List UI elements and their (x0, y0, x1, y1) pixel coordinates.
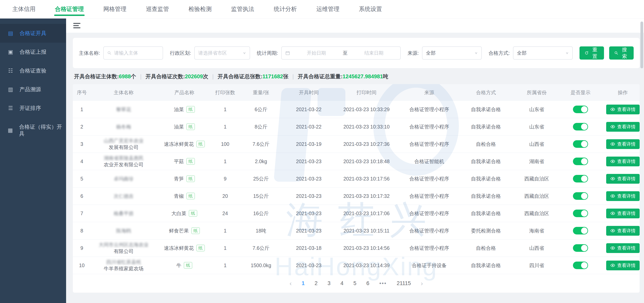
sidebar-item[interactable]: ▣ 合格证上报 (0, 43, 66, 61)
page-button[interactable]: 3 (326, 279, 332, 287)
sidebar-item[interactable]: ☷ 合格证查验 (0, 61, 66, 80)
topnav-item[interactable]: 主体信用 (12, 0, 36, 18)
next-page-button[interactable]: › (420, 279, 424, 288)
topnav-item[interactable]: 巡查监管 (146, 0, 169, 18)
sidebar-item[interactable]: ▤ 合格证开具 (0, 24, 66, 43)
pagination: ‹123456•••21115› (73, 279, 640, 288)
end-date-placeholder: 结束日期 (351, 50, 397, 56)
view-detail-button[interactable]: 查看详情 (606, 122, 640, 132)
visibility-toggle[interactable] (573, 140, 588, 148)
topnav-item[interactable]: 监管执法 (231, 0, 254, 18)
cell-print-count: 1 (212, 101, 238, 118)
cell-print-count: 20 (212, 187, 238, 205)
cell-print-count: 1 (212, 257, 238, 274)
topnav-item[interactable]: 网格管理 (103, 0, 126, 18)
cell-visibility (560, 135, 600, 153)
topnav-item-label: 统计分析 (274, 5, 297, 13)
cell-visibility (560, 205, 600, 222)
visibility-toggle[interactable] (573, 244, 588, 252)
cell-weight-per-sheet: 1500.0kg (238, 257, 284, 274)
cell-print-time: 2021-03-23 10:17:56 (334, 170, 399, 187)
view-detail-label: 查看详情 (617, 228, 636, 234)
topnav-item[interactable]: 系统设置 (359, 0, 382, 18)
page-button[interactable]: 2 (313, 279, 319, 287)
visibility-toggle[interactable] (573, 261, 588, 269)
page-button[interactable]: 21115 (396, 279, 412, 287)
search-button[interactable]: 搜索 (609, 47, 634, 60)
view-detail-button[interactable]: 查看详情 (606, 243, 640, 253)
cell-province: 山西省 (513, 135, 560, 153)
topnav-item[interactable]: 检验检测 (188, 0, 212, 18)
column-header: 操作 (600, 84, 640, 101)
visibility-toggle[interactable] (573, 123, 588, 131)
scrollbar[interactable] (640, 22, 643, 68)
cell-product-name: 牛纸 (156, 257, 212, 274)
sidebar-item[interactable]: ▦ 合格证（得实）开具 (0, 118, 66, 143)
table-row: 1 黎翠花 油菜纸 1 6公斤 2021-03-22 2021-03-23 10… (73, 101, 640, 118)
censored-subject-name: 黎翠花 (116, 106, 131, 113)
visibility-toggle[interactable] (573, 175, 588, 182)
sidebar-item[interactable]: ▥ 产品溯源 (0, 80, 66, 99)
view-detail-button[interactable]: 查看详情 (606, 139, 640, 149)
view-detail-label: 查看详情 (617, 141, 636, 147)
page-button[interactable]: 5 (352, 279, 358, 287)
eye-icon (610, 211, 615, 216)
view-detail-button[interactable]: 查看详情 (606, 174, 640, 184)
sidebar-item[interactable]: ☰ 开证排序 (0, 99, 66, 118)
visibility-toggle[interactable] (573, 106, 588, 113)
table-row: 5 卓玛曲珍 青笋纸 9 25公斤 2021-03-23 2021-03-23 … (73, 170, 640, 187)
cell-index: 4 (73, 153, 91, 170)
cell-actions: 查看详情 (600, 257, 640, 274)
toggle-knob (581, 262, 588, 268)
subject-input[interactable] (114, 50, 159, 56)
method-label: 合格方式: (488, 50, 510, 56)
view-detail-button[interactable]: 查看详情 (606, 209, 640, 218)
certificate-deshi-issue-icon: ▦ (7, 127, 14, 134)
visibility-toggle[interactable] (573, 227, 588, 234)
reset-button[interactable]: 重置 (580, 47, 604, 60)
date-range-picker[interactable]: 开始日期 至 结束日期 (281, 47, 401, 60)
table-row: 2 杨冬梅 油菜纸 1 8公斤 2021-03-22 2021-03-23 10… (73, 118, 640, 135)
collapse-menu-icon[interactable] (73, 22, 81, 29)
topnav-item[interactable]: 合格证管理 (55, 0, 84, 18)
reset-label: 重置 (591, 47, 599, 60)
page-button[interactable]: 6 (365, 279, 370, 287)
page-button[interactable]: 1 (300, 279, 306, 287)
cell-issue-time: 2021-03-22 (284, 101, 334, 118)
topnav-item[interactable]: 统计分析 (274, 0, 297, 18)
view-detail-button[interactable]: 查看详情 (606, 226, 640, 236)
content-toolbar (66, 18, 644, 33)
cell-qualify-method: 委托检测合格 (459, 222, 513, 239)
method-select[interactable]: 全部 ∨ (513, 47, 573, 60)
view-detail-button[interactable]: 查看详情 (606, 157, 640, 166)
source-select[interactable]: 全部 ∨ (422, 47, 482, 60)
visibility-toggle[interactable] (573, 192, 588, 200)
stat-label: 开具合格证主体数: (74, 74, 119, 80)
view-detail-button[interactable]: 查看详情 (606, 260, 640, 270)
page-button[interactable]: 4 (339, 279, 344, 287)
cell-issue-time: 2021-03-23 (284, 153, 334, 170)
cell-source: 合格证管理小程序 (399, 135, 459, 153)
stat-segment: 开具合格证总张数:1171682张 (218, 73, 288, 80)
topnav-item-label: 运维管理 (316, 5, 340, 13)
source-label: 来源: (408, 50, 419, 56)
cell-index: 3 (73, 135, 91, 153)
prev-page-button[interactable]: ‹ (288, 279, 293, 288)
subject-name-suffix: 发展有限公司 (109, 144, 138, 151)
visibility-toggle[interactable] (573, 158, 588, 165)
topnav-item[interactable]: 运维管理 (316, 0, 340, 18)
table-body: 1 黎翠花 油菜纸 1 6公斤 2021-03-22 2021-03-23 10… (73, 101, 640, 274)
product-type-badge: 纸 (186, 106, 195, 113)
region-select[interactable]: 请选择省市区 ∨ (194, 47, 250, 60)
source-filter: 来源: 全部 ∨ (408, 47, 482, 60)
cell-product-name: 平菇纸 (156, 153, 212, 170)
view-detail-button[interactable]: 查看详情 (606, 191, 640, 201)
start-date-placeholder: 开始日期 (294, 50, 339, 56)
view-detail-button[interactable]: 查看详情 (606, 105, 640, 114)
cell-product-name: 速冻冰鲜黄花纸 (156, 239, 212, 256)
cell-province: 山东省 (513, 101, 560, 118)
certificates-table-card: 海荭兴 HaiHongXing 序号主体名称产品名称打印张数重量/张开具时间打印… (73, 84, 640, 293)
visibility-toggle[interactable] (573, 210, 588, 217)
cell-subject-name: 格桑平措 (91, 205, 156, 222)
subject-search-field[interactable] (103, 47, 163, 60)
